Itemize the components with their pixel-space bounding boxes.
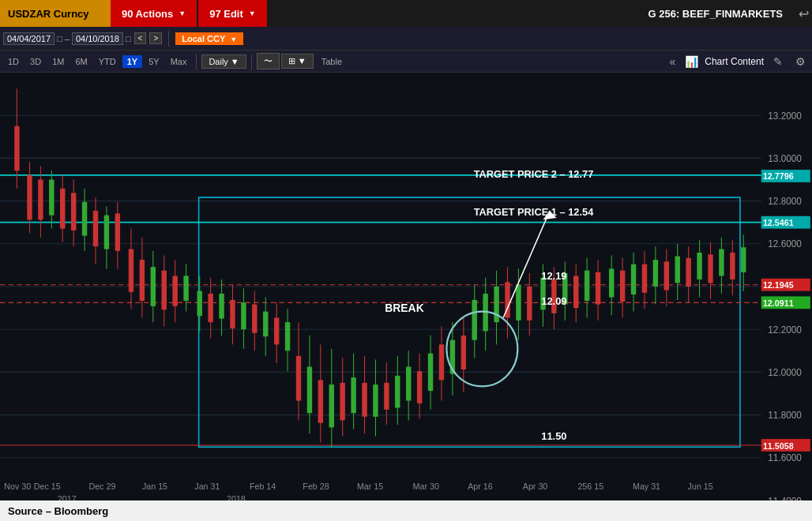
svg-rect-27 <box>71 193 76 230</box>
svg-text:11.4000: 11.4000 <box>768 495 802 500</box>
interval-dropdown-arrow: ▼ <box>231 57 239 66</box>
svg-rect-117 <box>573 275 578 308</box>
svg-rect-135 <box>675 257 680 283</box>
svg-rect-87 <box>406 367 411 401</box>
nav-next-button[interactable]: > <box>149 32 162 44</box>
svg-rect-25 <box>60 189 65 229</box>
svg-text:BREAK: BREAK <box>385 301 424 313</box>
date-range-container: 04/04/2017 □ – 04/10/2018 □ <box>3 32 131 45</box>
edit-chart-button[interactable]: ✎ <box>770 55 786 68</box>
svg-text:13.2000: 13.2000 <box>768 110 802 121</box>
svg-rect-59 <box>252 305 257 333</box>
period-1m[interactable]: 1M <box>47 55 69 68</box>
svg-text:Jun 15: Jun 15 <box>688 482 713 491</box>
svg-text:2018: 2018 <box>227 494 246 500</box>
svg-rect-143 <box>719 249 724 276</box>
svg-rect-45 <box>172 275 177 305</box>
date-box-icon: □ <box>126 34 131 43</box>
svg-rect-79 <box>362 383 367 417</box>
svg-text:11.50: 11.50 <box>541 430 566 442</box>
svg-text:Feb 14: Feb 14 <box>250 482 276 491</box>
svg-text:12.19: 12.19 <box>541 270 566 282</box>
svg-text:Feb 28: Feb 28 <box>303 482 329 491</box>
svg-rect-67 <box>296 356 301 400</box>
svg-text:12.1945: 12.1945 <box>763 280 794 290</box>
svg-text:Dec 29: Dec 29 <box>88 482 115 491</box>
svg-rect-109 <box>527 287 532 320</box>
svg-text:12.0000: 12.0000 <box>768 367 802 378</box>
top-toolbar: USDZAR Curncy 90 Actions ▼ 97 Edit ▼ G 2… <box>0 0 812 27</box>
period-1y[interactable]: 1Y <box>122 55 142 68</box>
period-6m[interactable]: 6M <box>70 55 92 68</box>
candlestick-button[interactable]: ⊞ ▼ <box>281 54 314 69</box>
period-toolbar: 1D 3D 1M 6M YTD 1Y 5Y Max Daily ▼ 〜 ⊞ ▼ … <box>0 51 812 73</box>
rewind-button[interactable]: « <box>666 55 679 68</box>
period-5y[interactable]: 5Y <box>144 55 164 68</box>
nav-prev-button[interactable]: < <box>134 32 147 44</box>
chart-content-label[interactable]: Chart Content <box>705 56 764 67</box>
svg-rect-31 <box>93 211 98 246</box>
svg-rect-137 <box>686 258 690 287</box>
svg-rect-71 <box>318 380 323 423</box>
period-ytd[interactable]: YTD <box>94 55 121 68</box>
svg-rect-73 <box>329 384 334 427</box>
chart-svg: 13.2000 13.0000 12.8000 12.6000 12.4000 … <box>0 73 812 500</box>
svg-rect-69 <box>307 367 312 414</box>
svg-rect-83 <box>384 383 389 410</box>
ccy-dropdown-arrow: ▼ <box>230 36 237 43</box>
svg-text:12.2000: 12.2000 <box>768 324 802 335</box>
svg-rect-97 <box>461 335 466 369</box>
table-button[interactable]: Table <box>315 55 348 68</box>
svg-rect-65 <box>285 322 290 350</box>
svg-rect-47 <box>183 275 188 301</box>
svg-rect-57 <box>241 302 246 329</box>
svg-rect-103 <box>494 287 498 322</box>
undo-button[interactable]: ↩ <box>795 0 812 27</box>
svg-text:13.0000: 13.0000 <box>768 153 802 164</box>
svg-text:12.0911: 12.0911 <box>763 298 794 308</box>
period-3d[interactable]: 3D <box>25 55 46 68</box>
date-from[interactable]: 04/04/2017 <box>3 32 55 45</box>
svg-rect-61 <box>263 312 268 337</box>
settings-button[interactable]: ⚙ <box>792 55 809 68</box>
edit-button[interactable]: 97 Edit ▼ <box>198 0 267 27</box>
svg-rect-41 <box>151 267 156 306</box>
ccy-button[interactable]: Local CCY ▼ <box>175 32 243 45</box>
svg-rect-51 <box>208 294 212 322</box>
svg-text:12.5461: 12.5461 <box>763 218 794 227</box>
svg-rect-33 <box>104 216 109 249</box>
svg-rect-89 <box>417 371 422 403</box>
svg-rect-131 <box>653 260 658 287</box>
date-to[interactable]: 04/10/2018 <box>72 32 123 45</box>
svg-rect-39 <box>140 260 145 301</box>
svg-rect-75 <box>340 383 344 420</box>
svg-text:12.09: 12.09 <box>541 294 566 306</box>
svg-text:Jan 31: Jan 31 <box>194 482 220 491</box>
svg-text:2017: 2017 <box>58 494 77 500</box>
period-1d[interactable]: 1D <box>3 55 24 68</box>
svg-rect-121 <box>596 272 600 305</box>
svg-text:12.6000: 12.6000 <box>768 238 802 249</box>
svg-rect-93 <box>439 344 444 380</box>
svg-text:12.8000: 12.8000 <box>768 196 802 207</box>
date-toolbar: 04/04/2017 □ – 04/10/2018 □ < > Local CC… <box>0 27 812 51</box>
svg-rect-147 <box>741 247 746 272</box>
svg-rect-141 <box>708 254 712 283</box>
line-chart-button[interactable]: 〜 <box>257 53 280 69</box>
svg-text:Apr 16: Apr 16 <box>468 482 493 491</box>
ticker-label: USDZAR Curncy <box>0 0 111 27</box>
toolbar-separator-1 <box>168 31 169 47</box>
period-max[interactable]: Max <box>166 55 192 68</box>
svg-rect-85 <box>395 376 400 408</box>
svg-text:Mar 15: Mar 15 <box>357 482 383 491</box>
svg-text:TARGET PRICE 2 – 12.77: TARGET PRICE 2 – 12.77 <box>474 168 594 180</box>
toolbar-separator-3 <box>251 54 252 69</box>
actions-button[interactable]: 90 Actions ▼ <box>111 0 197 27</box>
svg-text:11.6000: 11.6000 <box>768 452 802 463</box>
interval-button[interactable]: Daily ▼ <box>201 54 246 69</box>
svg-rect-37 <box>129 249 133 292</box>
svg-rect-123 <box>609 268 614 297</box>
svg-rect-107 <box>516 285 521 320</box>
svg-rect-43 <box>162 271 167 310</box>
svg-rect-91 <box>428 354 433 391</box>
